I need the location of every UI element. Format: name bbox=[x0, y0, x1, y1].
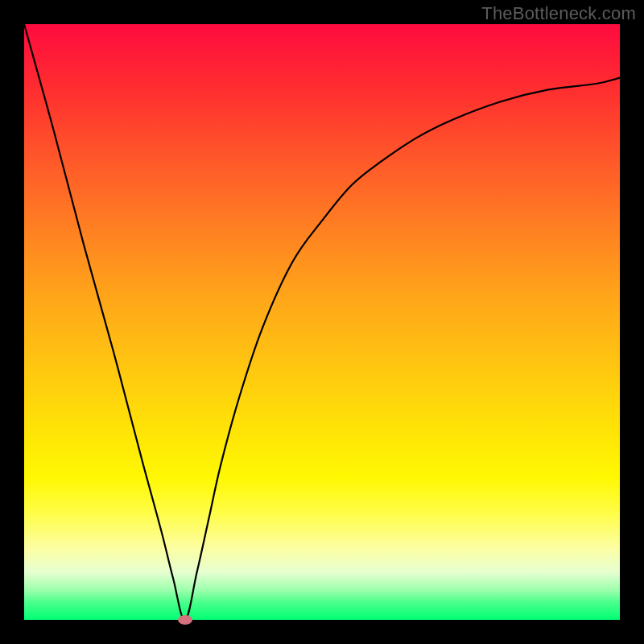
watermark-text: TheBottleneck.com bbox=[481, 3, 636, 24]
plot-area bbox=[24, 24, 620, 620]
chart-frame: TheBottleneck.com bbox=[0, 0, 644, 644]
curve-svg bbox=[24, 24, 620, 620]
optimum-marker bbox=[178, 615, 192, 625]
bottleneck-curve bbox=[24, 24, 620, 620]
